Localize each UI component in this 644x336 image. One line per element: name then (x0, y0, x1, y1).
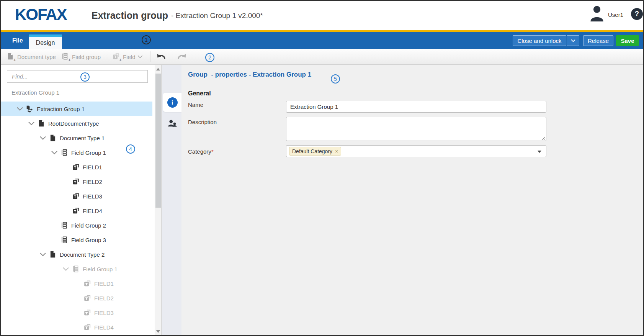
description-label: Description (188, 119, 217, 125)
add-field-group-button[interactable]: + Field group (61, 49, 101, 64)
tree-item-field1[interactable]: FIELD1 (1, 160, 152, 174)
close-and-unlock-dropdown[interactable] (567, 35, 579, 46)
ribbon-bar: File Design Close and unlock Release Sav… (1, 32, 643, 49)
combobox-dropdown-icon[interactable] (538, 151, 541, 153)
tree-item-field2[interactable]: FIELD2 (1, 174, 152, 189)
chip-remove-icon[interactable]: × (335, 148, 338, 154)
tab-file[interactable]: File (6, 32, 29, 49)
description-field[interactable] (286, 117, 546, 141)
field-group-add-icon: + (61, 52, 70, 61)
find-input[interactable] (7, 70, 148, 83)
release-button[interactable]: Release (583, 35, 613, 46)
tree-item-label: Document Type 1 (60, 135, 105, 141)
callout-4: 4 (126, 144, 135, 154)
undo-button[interactable] (156, 52, 166, 61)
properties-panel: Group - properties - Extraction Group 1 … (181, 65, 644, 336)
callout-3: 3 (80, 72, 90, 82)
tree-item-icon (72, 163, 80, 171)
name-field[interactable] (286, 101, 546, 113)
tree-item-label: FIELD3 (94, 310, 114, 316)
add-document-type-label: Document type (17, 54, 56, 60)
user-avatar-icon (589, 5, 605, 22)
page-title: Extraction group - Extraction Group 1 v2… (92, 1, 263, 30)
tree-item-field4[interactable]: FIELD4 (1, 320, 152, 334)
tree-item-icon (72, 207, 80, 215)
tab-general-info[interactable]: i (163, 93, 181, 112)
chevron-down-icon[interactable] (38, 252, 47, 257)
tree-item-icon (83, 309, 91, 316)
callout-1: 1 (142, 35, 151, 44)
tree-item-field1[interactable]: FIELD1 (1, 276, 152, 291)
add-field-button[interactable]: + Field (112, 49, 136, 64)
tree-item-field2[interactable]: FIELD2 (1, 291, 152, 305)
field-dropdown-chevron-icon[interactable] (137, 54, 143, 60)
chevron-down-icon[interactable] (61, 266, 70, 272)
tree-item-extraction-group-1[interactable]: Extraction Group 1 (1, 102, 152, 116)
name-label: Name (188, 102, 203, 108)
category-label: Category* (188, 148, 214, 155)
tree-item-field3[interactable]: FIELD3 (1, 189, 152, 203)
tab-design[interactable]: Design (29, 34, 62, 49)
tree-item-label: Extraction Group 1 (37, 106, 85, 112)
category-combobox[interactable]: Default Category × (286, 145, 546, 157)
tree-item-label: FIELD1 (83, 164, 102, 170)
tree-item-field-group-3[interactable]: Field Group 3 (1, 233, 152, 247)
tree-item-label: Field Group 1 (83, 266, 118, 272)
tree-item-field-group-2[interactable]: Field Group 2 (1, 218, 152, 233)
tree-item-field4[interactable]: FIELD4 (1, 203, 152, 218)
chevron-down-icon[interactable] (15, 106, 25, 111)
tree-item-label: Field Group 3 (71, 237, 106, 243)
tree-item-label: Field Group 2 (71, 222, 106, 229)
add-field-label: Field (123, 54, 136, 60)
scrollbar-thumb[interactable] (155, 74, 161, 208)
tree-item-label: RootDocumentType (48, 120, 99, 127)
tree-sidebar: Extraction Group 1 Extraction Group 1 Ro… (1, 65, 162, 336)
toolbar-separator (150, 51, 150, 62)
chevron-down-icon[interactable] (38, 135, 47, 141)
general-section-title: General (188, 90, 211, 97)
tree: Extraction Group 1 RootDocumentType Docu… (1, 102, 152, 334)
tab-users[interactable] (163, 114, 181, 133)
design-toolbar: + Document type + Field group + Field (1, 49, 643, 65)
tree-item-icon (60, 221, 68, 229)
field-add-icon: + (112, 52, 121, 61)
close-and-unlock-button[interactable]: Close and unlock (513, 35, 566, 46)
username-label: User1 (608, 11, 623, 18)
kofax-logo: KOFAX (15, 5, 67, 24)
chevron-down-icon[interactable] (50, 150, 59, 155)
tree-item-icon (60, 236, 68, 244)
tree-item-label: FIELD1 (94, 280, 114, 287)
chevron-down-icon (570, 39, 576, 43)
category-chip: Default Category × (289, 147, 341, 156)
scroll-up-arrow[interactable] (156, 68, 160, 70)
add-field-group-label: Field group (72, 54, 101, 60)
page-title-main: Extraction group (92, 10, 168, 21)
properties-panel-title: Group - properties - Extraction Group 1 (188, 71, 311, 79)
tree-item-field3[interactable]: FIELD3 (1, 305, 152, 320)
redo-button[interactable] (177, 52, 187, 61)
help-button[interactable]: ? (631, 8, 643, 20)
tree-item-label: FIELD2 (94, 295, 114, 302)
tree-item-label: FIELD2 (83, 179, 102, 185)
tree-item-document-type-2[interactable]: Document Type 2 (1, 247, 152, 262)
chevron-down-icon[interactable] (27, 121, 36, 126)
tree-item-icon (72, 265, 80, 273)
app-header: KOFAX Extraction group - Extraction Grou… (1, 1, 643, 30)
tree-item-icon (60, 149, 68, 156)
tree-item-label: Field Group 1 (71, 149, 106, 156)
tree-item-rootdocumenttype[interactable]: RootDocumentType (1, 116, 152, 131)
category-chip-label: Default Category (292, 148, 332, 154)
users-icon (167, 118, 177, 128)
tree-scrollbar[interactable] (155, 65, 161, 336)
tree-item-document-type-1[interactable]: Document Type 1 (1, 131, 152, 145)
tree-item-field-group-1[interactable]: Field Group 1 (1, 262, 152, 276)
info-icon: i (167, 97, 178, 108)
document-type-add-icon: + (7, 52, 15, 61)
scroll-down-arrow[interactable] (156, 330, 160, 333)
tree-item-label: FIELD4 (83, 208, 102, 214)
save-button[interactable]: Save (616, 35, 639, 46)
tree-item-icon (83, 323, 91, 331)
callout-5: 5 (331, 74, 340, 84)
tree-item-icon (49, 251, 57, 258)
add-document-type-button[interactable]: + Document type (7, 49, 56, 64)
